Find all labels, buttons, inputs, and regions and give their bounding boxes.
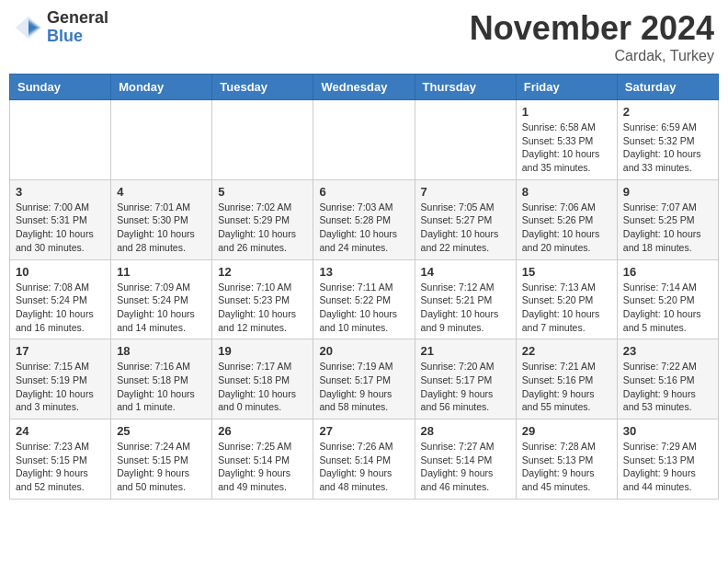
weekday-header: Thursday <box>415 75 516 100</box>
day-info: Sunrise: 7:23 AM Sunset: 5:15 PM Dayligh… <box>16 440 105 494</box>
calendar-cell: 3Sunrise: 7:00 AM Sunset: 5:31 PM Daylig… <box>10 179 111 259</box>
calendar-cell: 19Sunrise: 7:17 AM Sunset: 5:18 PM Dayli… <box>212 339 313 419</box>
calendar-cell: 13Sunrise: 7:11 AM Sunset: 5:22 PM Dayli… <box>313 259 415 339</box>
day-info: Sunrise: 7:25 AM Sunset: 5:14 PM Dayligh… <box>218 440 307 494</box>
day-info: Sunrise: 7:07 AM Sunset: 5:25 PM Dayligh… <box>623 201 712 255</box>
calendar-header-row: SundayMondayTuesdayWednesdayThursdayFrid… <box>10 75 719 100</box>
page-header: General Blue November 2024 Cardak, Turke… <box>9 9 719 64</box>
day-info: Sunrise: 7:21 AM Sunset: 5:16 PM Dayligh… <box>522 360 611 414</box>
calendar-cell: 26Sunrise: 7:25 AM Sunset: 5:14 PM Dayli… <box>212 419 313 500</box>
day-number: 27 <box>319 424 408 438</box>
day-info: Sunrise: 7:26 AM Sunset: 5:14 PM Dayligh… <box>319 440 408 494</box>
day-info: Sunrise: 7:13 AM Sunset: 5:20 PM Dayligh… <box>522 281 611 335</box>
calendar-cell: 28Sunrise: 7:27 AM Sunset: 5:14 PM Dayli… <box>415 419 516 500</box>
day-info: Sunrise: 7:06 AM Sunset: 5:26 PM Dayligh… <box>522 201 611 255</box>
day-info: Sunrise: 7:14 AM Sunset: 5:20 PM Dayligh… <box>623 281 712 335</box>
day-number: 30 <box>623 424 712 438</box>
day-info: Sunrise: 7:01 AM Sunset: 5:30 PM Dayligh… <box>117 201 206 255</box>
location: Cardak, Turkey <box>470 48 714 64</box>
day-number: 15 <box>522 265 611 279</box>
day-info: Sunrise: 7:09 AM Sunset: 5:24 PM Dayligh… <box>117 281 206 335</box>
calendar-cell: 22Sunrise: 7:21 AM Sunset: 5:16 PM Dayli… <box>516 339 617 419</box>
weekday-header: Wednesday <box>313 75 415 100</box>
calendar-cell: 17Sunrise: 7:15 AM Sunset: 5:19 PM Dayli… <box>10 339 111 419</box>
calendar-cell <box>313 100 415 180</box>
day-info: Sunrise: 7:12 AM Sunset: 5:21 PM Dayligh… <box>421 281 510 335</box>
day-number: 25 <box>117 424 206 438</box>
calendar-cell <box>415 100 516 180</box>
day-number: 4 <box>117 185 206 199</box>
day-info: Sunrise: 7:24 AM Sunset: 5:15 PM Dayligh… <box>117 440 206 494</box>
calendar-cell: 1Sunrise: 6:58 AM Sunset: 5:33 PM Daylig… <box>516 100 617 180</box>
calendar-cell <box>111 100 212 180</box>
day-info: Sunrise: 7:15 AM Sunset: 5:19 PM Dayligh… <box>16 360 105 414</box>
weekday-header: Friday <box>516 75 617 100</box>
calendar-cell: 2Sunrise: 6:59 AM Sunset: 5:32 PM Daylig… <box>617 100 718 180</box>
calendar-cell <box>10 100 111 180</box>
calendar-week-row: 17Sunrise: 7:15 AM Sunset: 5:19 PM Dayli… <box>10 339 719 419</box>
day-info: Sunrise: 7:20 AM Sunset: 5:17 PM Dayligh… <box>421 360 510 414</box>
day-info: Sunrise: 7:28 AM Sunset: 5:13 PM Dayligh… <box>522 440 611 494</box>
calendar-cell: 30Sunrise: 7:29 AM Sunset: 5:13 PM Dayli… <box>617 419 718 500</box>
day-number: 2 <box>623 105 712 119</box>
month-title: November 2024 <box>470 9 714 48</box>
day-number: 17 <box>16 344 105 358</box>
logo-text: General Blue <box>47 9 108 46</box>
day-info: Sunrise: 7:00 AM Sunset: 5:31 PM Dayligh… <box>16 201 105 255</box>
weekday-header: Tuesday <box>212 75 313 100</box>
calendar-cell: 9Sunrise: 7:07 AM Sunset: 5:25 PM Daylig… <box>617 179 718 259</box>
day-info: Sunrise: 7:22 AM Sunset: 5:16 PM Dayligh… <box>623 360 712 414</box>
calendar-cell: 27Sunrise: 7:26 AM Sunset: 5:14 PM Dayli… <box>313 419 415 500</box>
day-info: Sunrise: 7:27 AM Sunset: 5:14 PM Dayligh… <box>421 440 510 494</box>
calendar-cell: 8Sunrise: 7:06 AM Sunset: 5:26 PM Daylig… <box>516 179 617 259</box>
calendar-cell: 12Sunrise: 7:10 AM Sunset: 5:23 PM Dayli… <box>212 259 313 339</box>
calendar-cell: 23Sunrise: 7:22 AM Sunset: 5:16 PM Dayli… <box>617 339 718 419</box>
day-number: 6 <box>319 185 408 199</box>
calendar-cell: 5Sunrise: 7:02 AM Sunset: 5:29 PM Daylig… <box>212 179 313 259</box>
weekday-header: Monday <box>111 75 212 100</box>
day-number: 7 <box>421 185 510 199</box>
day-number: 9 <box>623 185 712 199</box>
weekday-header: Sunday <box>10 75 111 100</box>
day-number: 24 <box>16 424 105 438</box>
calendar-cell: 25Sunrise: 7:24 AM Sunset: 5:15 PM Dayli… <box>111 419 212 500</box>
day-number: 12 <box>218 265 307 279</box>
calendar-cell: 16Sunrise: 7:14 AM Sunset: 5:20 PM Dayli… <box>617 259 718 339</box>
calendar-week-row: 24Sunrise: 7:23 AM Sunset: 5:15 PM Dayli… <box>10 419 719 500</box>
logo-blue: Blue <box>47 28 108 46</box>
calendar-cell: 7Sunrise: 7:05 AM Sunset: 5:27 PM Daylig… <box>415 179 516 259</box>
day-number: 5 <box>218 185 307 199</box>
logo: General Blue <box>14 9 108 46</box>
day-number: 21 <box>421 344 510 358</box>
logo-icon <box>14 13 43 42</box>
calendar-cell: 14Sunrise: 7:12 AM Sunset: 5:21 PM Dayli… <box>415 259 516 339</box>
day-info: Sunrise: 6:58 AM Sunset: 5:33 PM Dayligh… <box>522 121 611 175</box>
day-number: 19 <box>218 344 307 358</box>
day-info: Sunrise: 7:16 AM Sunset: 5:18 PM Dayligh… <box>117 360 206 414</box>
day-info: Sunrise: 7:03 AM Sunset: 5:28 PM Dayligh… <box>319 201 408 255</box>
logo-general: General <box>47 9 108 28</box>
calendar-cell: 6Sunrise: 7:03 AM Sunset: 5:28 PM Daylig… <box>313 179 415 259</box>
day-number: 14 <box>421 265 510 279</box>
calendar-cell: 11Sunrise: 7:09 AM Sunset: 5:24 PM Dayli… <box>111 259 212 339</box>
day-number: 29 <box>522 424 611 438</box>
calendar-cell: 18Sunrise: 7:16 AM Sunset: 5:18 PM Dayli… <box>111 339 212 419</box>
calendar-cell: 4Sunrise: 7:01 AM Sunset: 5:30 PM Daylig… <box>111 179 212 259</box>
day-info: Sunrise: 7:19 AM Sunset: 5:17 PM Dayligh… <box>319 360 408 414</box>
weekday-header: Saturday <box>617 75 718 100</box>
day-info: Sunrise: 7:10 AM Sunset: 5:23 PM Dayligh… <box>218 281 307 335</box>
day-number: 11 <box>117 265 206 279</box>
day-number: 18 <box>117 344 206 358</box>
calendar-cell: 20Sunrise: 7:19 AM Sunset: 5:17 PM Dayli… <box>313 339 415 419</box>
calendar-week-row: 1Sunrise: 6:58 AM Sunset: 5:33 PM Daylig… <box>10 100 719 180</box>
calendar-cell: 29Sunrise: 7:28 AM Sunset: 5:13 PM Dayli… <box>516 419 617 500</box>
day-info: Sunrise: 7:08 AM Sunset: 5:24 PM Dayligh… <box>16 281 105 335</box>
day-info: Sunrise: 6:59 AM Sunset: 5:32 PM Dayligh… <box>623 121 712 175</box>
day-info: Sunrise: 7:29 AM Sunset: 5:13 PM Dayligh… <box>623 440 712 494</box>
day-number: 13 <box>319 265 408 279</box>
day-number: 26 <box>218 424 307 438</box>
day-number: 10 <box>16 265 105 279</box>
day-number: 3 <box>16 185 105 199</box>
day-info: Sunrise: 7:17 AM Sunset: 5:18 PM Dayligh… <box>218 360 307 414</box>
day-info: Sunrise: 7:05 AM Sunset: 5:27 PM Dayligh… <box>421 201 510 255</box>
